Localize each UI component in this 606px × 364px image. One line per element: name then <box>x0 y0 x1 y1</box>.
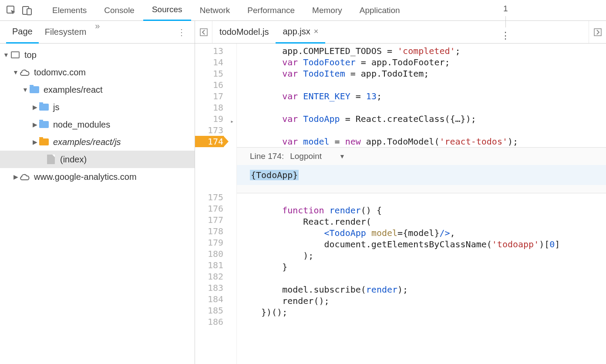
breakpoint-expression-input[interactable]: {TodoApp} <box>237 165 606 185</box>
panel-tab-elements[interactable]: Elements <box>44 0 95 21</box>
line-number[interactable]: 18 <box>195 102 236 113</box>
file-tree: ▼ top ▼ todomvc.com ▼ examples/react ▶ j… <box>0 44 195 188</box>
navigator-more-icon[interactable]: ⋮ <box>175 27 189 37</box>
breakpoint-line-label: Line 174: <box>250 151 284 162</box>
cloud-icon <box>19 171 30 182</box>
warning-icon[interactable]: ▲ <box>502 0 509 1</box>
folder-icon <box>38 119 50 130</box>
panel-tab-memory[interactable]: Memory <box>303 0 351 21</box>
editor-tabs: todoModel.js app.jsx × <box>195 21 606 44</box>
navigate-back-icon[interactable] <box>195 21 212 43</box>
line-number[interactable]: 177 <box>195 214 236 226</box>
line-number[interactable]: 175 <box>195 192 236 203</box>
editor-tab-label: todoModel.js <box>219 27 269 37</box>
inspect-element-icon[interactable] <box>3 3 19 18</box>
svg-rect-0 <box>7 6 14 13</box>
disclosure-triangle-icon[interactable]: ▶ <box>31 104 38 111</box>
line-number[interactable]: 14 <box>195 57 236 68</box>
line-gutter[interactable]: 13141516171819▸1731741751761771781791801… <box>195 44 237 364</box>
line-number[interactable]: 182 <box>195 271 236 282</box>
line-number[interactable]: 174 <box>195 136 236 147</box>
tree-item-folder[interactable]: ▶ examples/react/js <box>0 133 195 151</box>
line-number[interactable]: 183 <box>195 282 236 293</box>
svg-rect-1 <box>23 7 29 14</box>
folder-icon <box>38 136 50 148</box>
disclosure-triangle-icon[interactable]: ▼ <box>22 86 29 93</box>
disclosure-triangle-icon[interactable]: ▶ <box>12 173 19 180</box>
line-number[interactable]: 181 <box>195 260 236 271</box>
disclosure-triangle-icon[interactable]: ▶ <box>31 138 38 145</box>
line-number[interactable]: 176 <box>195 203 236 214</box>
tree-label: top <box>24 50 37 60</box>
tree-item-folder[interactable]: ▼ examples/react <box>0 81 195 98</box>
line-number[interactable]: 173 <box>195 125 236 136</box>
disclosure-triangle-icon[interactable]: ▼ <box>12 69 19 76</box>
navigate-forward-icon[interactable] <box>589 21 606 43</box>
editor-tab[interactable]: todoModel.js <box>212 21 276 44</box>
editor-tab[interactable]: app.jsx × <box>276 21 325 44</box>
line-number[interactable]: 180 <box>195 248 236 260</box>
editor-tab-label: app.jsx <box>283 27 310 37</box>
device-toggle-icon[interactable] <box>19 3 35 18</box>
panel-tab-application[interactable]: Application <box>351 0 409 21</box>
svg-rect-2 <box>27 9 31 15</box>
tree-label: (index) <box>60 155 87 165</box>
line-number[interactable]: 19▸ <box>195 113 236 125</box>
warning-count: 1 <box>503 4 508 13</box>
file-icon <box>45 154 57 165</box>
panel-tab-console[interactable]: Console <box>95 0 143 21</box>
line-number[interactable]: 178 <box>195 226 236 237</box>
panel-tab-performance[interactable]: Performance <box>239 0 303 21</box>
svg-rect-3 <box>200 29 207 36</box>
line-number[interactable]: 13 <box>195 45 236 57</box>
cloud-icon <box>19 67 30 78</box>
panel-tab-sources[interactable]: Sources <box>143 0 191 21</box>
tree-item-top[interactable]: ▼ top <box>0 46 195 64</box>
navigator-tab-filesystem[interactable]: Filesystem <box>39 21 93 44</box>
tree-item-file[interactable]: (index) <box>0 151 195 168</box>
disclosure-triangle-icon[interactable]: ▼ <box>3 51 10 58</box>
line-number[interactable]: 185 <box>195 305 236 316</box>
line-number[interactable]: 179 <box>195 237 236 248</box>
breakpoint-inline-editor: Line 174:Logpoint▼{TodoApp} <box>237 147 606 193</box>
navigator-panel: Page Filesystem » ⋮ ▼ top ▼ todomvc.com … <box>0 21 195 364</box>
svg-rect-4 <box>594 29 601 36</box>
panel-tabs: ElementsConsoleSourcesNetworkPerformance… <box>44 0 409 21</box>
line-number[interactable]: 16 <box>195 79 236 91</box>
navigator-overflow-icon[interactable]: » <box>95 21 100 44</box>
tree-item-domain[interactable]: ▼ todomvc.com <box>0 64 195 81</box>
tree-label: examples/react <box>44 85 103 95</box>
line-number[interactable]: 17 <box>195 91 236 102</box>
close-tab-icon[interactable]: × <box>314 27 319 36</box>
panel-tab-network[interactable]: Network <box>191 0 239 21</box>
tree-label: todomvc.com <box>34 67 86 78</box>
folder-icon <box>38 101 50 113</box>
tree-label: www.google-analytics.com <box>34 172 137 182</box>
tree-label: examples/react/js <box>53 137 121 147</box>
tree-item-domain[interactable]: ▶ www.google-analytics.com <box>0 168 195 185</box>
line-number[interactable]: 15 <box>195 68 236 79</box>
tree-item-folder[interactable]: ▶ node_modules <box>0 116 195 133</box>
line-number[interactable]: 186 <box>195 316 236 327</box>
tree-item-folder[interactable]: ▶ js <box>0 98 195 116</box>
tree-label: node_modules <box>53 120 110 130</box>
code-area[interactable]: app.COMPLETED_TODOS = 'completed'; var T… <box>237 44 606 364</box>
line-number[interactable]: 184 <box>195 293 236 305</box>
editor-panel: todoModel.js app.jsx × 13141516171819▸17… <box>195 21 606 364</box>
folder-icon <box>29 84 40 95</box>
breakpoint-type-select[interactable]: Logpoint▼ <box>290 151 345 162</box>
navigator-tab-page[interactable]: Page <box>6 21 39 44</box>
tree-label: js <box>53 102 59 112</box>
devtools-toolbar: ElementsConsoleSourcesNetworkPerformance… <box>0 0 606 21</box>
disclosure-triangle-icon[interactable]: ▶ <box>31 121 38 128</box>
navigator-tabs: Page Filesystem » ⋮ <box>0 21 195 44</box>
code-editor[interactable]: 13141516171819▸1731741751761771781791801… <box>195 44 606 364</box>
dropdown-icon: ▼ <box>339 151 345 162</box>
frame-icon <box>10 49 21 61</box>
